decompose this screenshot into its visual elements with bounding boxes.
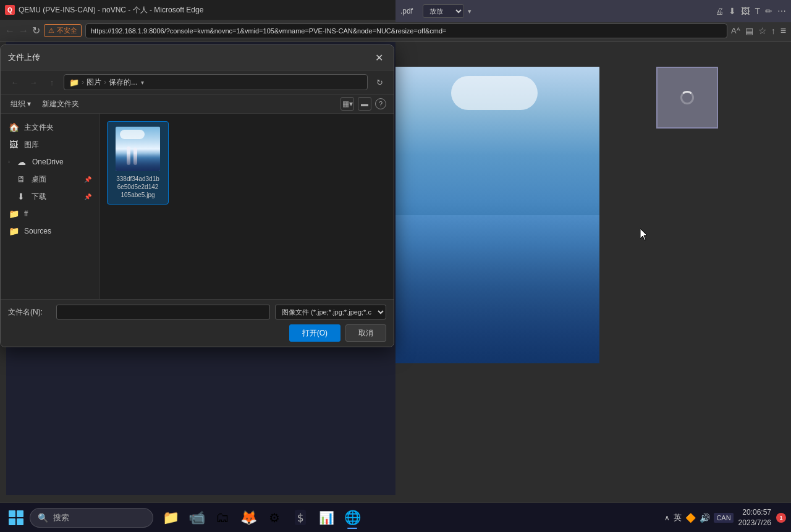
browser-toolbar: ← → ↻ ⚠ 不安全 https://192.168.1.9:8006/?co… bbox=[0, 20, 791, 42]
nav-up-button[interactable]: ↑ bbox=[45, 75, 59, 89]
nav-item-gallery[interactable]: 🖼 图库 bbox=[1, 136, 99, 153]
ime-indicator[interactable]: 英 bbox=[674, 512, 682, 523]
file-item[interactable]: 338df34ad3d1b6e50d5e2d142105abe5.jpg bbox=[107, 121, 169, 205]
home-folder-icon: 🏠 bbox=[8, 122, 19, 133]
dialog-close-button[interactable]: ✕ bbox=[371, 50, 386, 65]
address-text: https://192.168.1.9:8006/?console=kvm&no… bbox=[91, 27, 446, 35]
start-button[interactable] bbox=[5, 507, 27, 529]
taskbar-app-terminal[interactable]: $ bbox=[288, 505, 313, 530]
menu-icon[interactable]: ≡ bbox=[780, 25, 786, 36]
taskbar-apps: 📁 📹 🗂 🦊 ⚙ $ 📊 🌐 bbox=[158, 505, 365, 530]
sources-folder-icon: 📁 bbox=[8, 226, 19, 237]
filetype-dropdown[interactable]: 图像文件 (*.jpe;*.jpg;*.jpeg;*.c bbox=[275, 305, 386, 319]
network-icon[interactable]: 🔶 bbox=[685, 513, 696, 523]
nav-item-desktop[interactable]: 🖥 桌面 📌 bbox=[1, 171, 99, 188]
gallery-icon: 🖼 bbox=[8, 139, 19, 150]
breadcrumb-sep1: › bbox=[82, 78, 84, 87]
nav-item-downloads[interactable]: ⬇ 下载 📌 bbox=[1, 188, 99, 205]
nav-item-home[interactable]: 🏠 主文件夹 bbox=[1, 119, 99, 136]
new-folder-label: 新建文件夹 bbox=[42, 99, 79, 108]
print-icon[interactable]: 🖨 bbox=[715, 6, 724, 16]
read-aloud-icon[interactable]: Aᴬ bbox=[731, 26, 740, 35]
breadcrumb-bar[interactable]: 📁 › 图片 › 保存的... ▾ bbox=[64, 74, 368, 90]
text-select-icon[interactable]: T bbox=[755, 6, 760, 16]
search-placeholder: 搜索 bbox=[53, 512, 69, 523]
taskbar-app-edge[interactable]: 🌐 bbox=[340, 505, 365, 530]
taskbar-app-files[interactable]: 🗂 bbox=[210, 505, 235, 530]
downloads-icon: ⬇ bbox=[15, 191, 27, 202]
edge-icon: 🌐 bbox=[344, 510, 361, 526]
favorite-icon[interactable]: ☆ bbox=[758, 25, 766, 36]
file-thumbnail bbox=[116, 127, 160, 171]
zoom-dropdown[interactable]: 放放 自适应 100% bbox=[423, 4, 464, 18]
nav-item-onedrive[interactable]: › ☁ OneDrive bbox=[1, 153, 99, 171]
nav-item-onedrive-label: OneDrive bbox=[32, 158, 64, 166]
breadcrumb-dropdown[interactable]: ▾ bbox=[141, 79, 144, 86]
taskbar-app-file-explorer[interactable]: 📁 bbox=[158, 505, 183, 530]
breadcrumb-saved[interactable]: 保存的... bbox=[109, 77, 137, 88]
back-button[interactable]: ← bbox=[5, 25, 15, 36]
new-folder-button[interactable]: 新建文件夹 bbox=[38, 98, 83, 111]
organize-button[interactable]: 组织 ▾ bbox=[8, 98, 33, 111]
pin-icon-2: 📌 bbox=[84, 193, 91, 200]
tray-icons: ∧ 英 🔶 🔊 CAN bbox=[664, 512, 733, 523]
notification-badge[interactable]: 1 bbox=[776, 513, 786, 523]
cancel-button[interactable]: 取消 bbox=[345, 324, 386, 342]
address-bar[interactable]: https://192.168.1.9:8006/?console=kvm&no… bbox=[85, 23, 727, 38]
refresh-button[interactable]: ↻ bbox=[373, 75, 386, 89]
draw-icon[interactable]: ✏ bbox=[765, 6, 772, 16]
nav-item-ff[interactable]: 📁 ff bbox=[1, 205, 99, 222]
taskbar-app-monitor[interactable]: 📊 bbox=[314, 505, 339, 530]
download-icon[interactable]: ⬇ bbox=[729, 6, 736, 16]
view-grid-icon: ▦ bbox=[342, 99, 349, 108]
filename-label: 文件名(N): bbox=[8, 307, 51, 318]
taskbar-clock[interactable]: 20:06:57 2023/7/26 bbox=[738, 507, 771, 528]
more-icon[interactable]: ⋯ bbox=[777, 6, 786, 16]
taskbar-app-settings[interactable]: ⚙ bbox=[262, 505, 287, 530]
taskbar: 🔍 搜索 📁 📹 🗂 🦊 ⚙ $ 📊 🌐 ∧ 英 bbox=[0, 502, 791, 532]
tray-expand-icon[interactable]: ∧ bbox=[664, 513, 670, 522]
warning-icon: ⚠ bbox=[48, 27, 54, 35]
dialog-titlebar: 文件上传 ✕ bbox=[1, 45, 394, 70]
browser-toolbar-right: Aᴬ ▤ ☆ ↑ ≡ bbox=[731, 25, 786, 36]
breadcrumb-icon: 📁 bbox=[69, 78, 79, 87]
view-list-button[interactable]: ▬ bbox=[358, 97, 371, 111]
taskbar-search[interactable]: 🔍 搜索 bbox=[30, 508, 153, 528]
view-mode-button[interactable]: ▦ ▾ bbox=[341, 97, 354, 111]
nav-item-sources-label: Sources bbox=[24, 227, 51, 235]
dialog-title: 文件上传 bbox=[8, 52, 371, 63]
input-lang-icon[interactable]: CAN bbox=[714, 513, 733, 523]
taskbar-tray: ∧ 英 🔶 🔊 CAN 20:06:57 2023/7/26 1 bbox=[664, 507, 786, 528]
filename-input[interactable] bbox=[56, 305, 270, 319]
files-icon: 🗂 bbox=[216, 510, 229, 526]
dialog-main: 🏠 主文件夹 🖼 图库 › ☁ OneDrive 🖥 桌面 📌 ⬇ 下载 📌 bbox=[1, 114, 394, 299]
forward-button[interactable]: → bbox=[19, 25, 28, 36]
loading-spinner bbox=[680, 91, 694, 104]
file-thumbnail-image bbox=[116, 127, 160, 171]
win-logo-bl bbox=[9, 518, 15, 525]
security-badge: ⚠ 不安全 bbox=[44, 24, 82, 37]
reader-mode-icon[interactable]: ▤ bbox=[745, 26, 753, 36]
zoom-value: ▾ bbox=[468, 7, 472, 15]
security-text: 不安全 bbox=[57, 26, 77, 35]
help-button[interactable]: ? bbox=[375, 98, 386, 109]
dialog-footer: 文件名(N): 图像文件 (*.jpe;*.jpg;*.jpeg;*.c 打开(… bbox=[1, 299, 394, 347]
windows-logo bbox=[9, 510, 23, 525]
open-button[interactable]: 打开(O) bbox=[289, 324, 341, 342]
nav-forward-button[interactable]: → bbox=[27, 75, 40, 89]
share-icon[interactable]: ↑ bbox=[771, 26, 776, 36]
taskbar-app-video[interactable]: 📹 bbox=[184, 505, 209, 530]
sound-icon[interactable]: 🔊 bbox=[700, 513, 710, 523]
nav-back-button[interactable]: ← bbox=[8, 75, 22, 89]
nav-item-sources[interactable]: 📁 Sources bbox=[1, 222, 99, 240]
win-logo-tr bbox=[17, 510, 23, 517]
breadcrumb-pictures[interactable]: 图片 bbox=[87, 77, 101, 88]
reload-button[interactable]: ↻ bbox=[32, 25, 40, 36]
taskbar-app-firefox[interactable]: 🦊 bbox=[236, 505, 261, 530]
settings-icon: ⚙ bbox=[269, 510, 280, 525]
firefox-icon: 🦊 bbox=[240, 510, 257, 526]
dialog-buttons: 打开(O) 取消 bbox=[8, 324, 386, 342]
help-icon: ? bbox=[379, 100, 383, 108]
thumbnail-panel bbox=[656, 67, 718, 129]
screenshot-icon[interactable]: 🖼 bbox=[741, 6, 750, 16]
